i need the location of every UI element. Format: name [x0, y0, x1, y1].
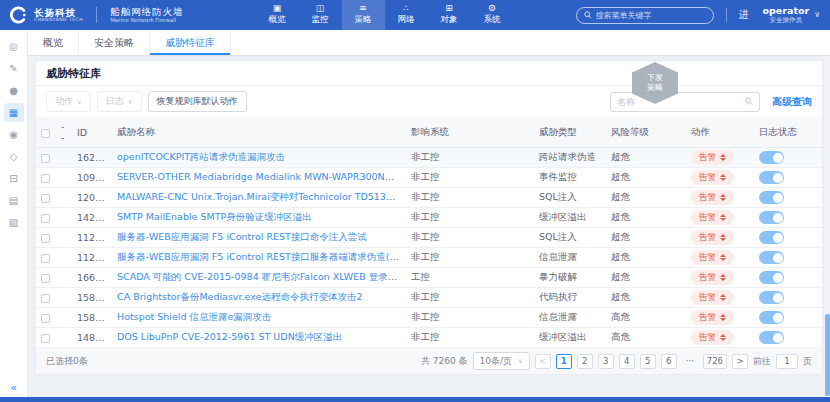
goto-label: 前往	[753, 355, 771, 368]
threat-id: 14212	[72, 208, 112, 228]
log-status-toggle[interactable]	[759, 311, 784, 324]
row-checkbox[interactable]	[41, 194, 50, 203]
name-filter-input[interactable]	[617, 97, 741, 107]
table-row: 11210 服务器-WEB应用漏洞 F5 iControl REST接口服务器端…	[36, 248, 822, 268]
threat-name-link[interactable]: SMTP MailEnable SMTP身份验证缓冲区溢出	[117, 211, 312, 222]
page-button-6[interactable]: 6	[661, 354, 677, 369]
log-status-toggle[interactable]	[759, 291, 784, 304]
restore-defaults-button[interactable]: 恢复规则库默认动作	[148, 91, 247, 112]
risk-level: 高危	[606, 308, 686, 328]
page-button-1[interactable]: 1	[556, 354, 572, 369]
advanced-query-link[interactable]: 高级查询	[772, 95, 812, 109]
action-selector[interactable]: 告警	[691, 250, 734, 265]
threat-name-link[interactable]: MALWARE-CNC Unix.Trojan.Mirai变种对Technico…	[117, 191, 406, 202]
user-menu[interactable]: operator 安全操作员 ∨	[763, 6, 820, 24]
log-status-toggle[interactable]	[759, 151, 784, 164]
threat-name-link[interactable]: SERVER-OTHER Mediabridge Medialink MWN-W…	[117, 171, 406, 182]
sidebar-item-threat-library[interactable]: ▦	[4, 103, 24, 122]
row-checkbox[interactable]	[41, 294, 50, 303]
threat-name-link[interactable]: SCADA 可能的 CVE-2015-0984 霍尼韦尔Falcon XLWEB…	[117, 271, 406, 282]
row-checkbox[interactable]	[41, 274, 50, 283]
threat-id: 14896	[72, 328, 112, 348]
row-checkbox[interactable]	[41, 314, 50, 323]
sidebar-item-target[interactable]: ◉	[4, 125, 24, 144]
vertical-scrollbar[interactable]	[825, 56, 830, 397]
row-checkbox[interactable]	[41, 174, 50, 183]
tab-1[interactable]: 安全策略	[79, 30, 150, 55]
threat-name-link[interactable]: DOS LibuPnP CVE-2012-5961 ST UDN缓冲区溢出	[117, 331, 342, 342]
log-status-toggle[interactable]	[759, 251, 784, 264]
menu-search-input[interactable]	[596, 11, 706, 20]
row-checkbox[interactable]	[41, 214, 50, 223]
scrollbar-thumb[interactable]	[825, 314, 830, 396]
page-button-726[interactable]: 726	[703, 354, 727, 369]
sidebar-item-diagnostics[interactable]: ✎	[4, 59, 24, 78]
menu-search-box[interactable]	[576, 7, 714, 24]
screen-entry-icon[interactable]: 进	[739, 8, 749, 22]
action-selector[interactable]: 告警	[691, 210, 734, 225]
nav-policy[interactable]: ≡ 策略	[342, 0, 385, 30]
log-dropdown-button[interactable]: 日志∨	[97, 91, 142, 112]
row-checkbox[interactable]	[41, 334, 50, 343]
table-row: 16293 openITCOCKPIT跨站请求伪造漏洞攻击 非工控 跨站请求伪造…	[36, 148, 822, 168]
page-button-4[interactable]: 4	[619, 354, 635, 369]
nav-object[interactable]: ⊞ 对象	[428, 0, 471, 30]
select-all-checkbox[interactable]	[41, 129, 50, 138]
affected-system: 非工控	[406, 248, 534, 268]
action-selector[interactable]: 告警	[691, 270, 734, 285]
row-checkbox[interactable]	[41, 234, 50, 243]
total-count: 共 7260 条	[421, 355, 468, 368]
sidebar-item-globe[interactable]: ●	[4, 81, 24, 100]
risk-level: 超危	[606, 148, 686, 168]
nav-monitor[interactable]: ◫ 监控	[299, 0, 342, 30]
action-dropdown-button[interactable]: 动作∨	[46, 91, 91, 112]
threat-name-link[interactable]: 服务器-WEB应用漏洞 F5 iControl REST接口命令注入尝试	[117, 231, 367, 242]
threat-name-link[interactable]: 服务器-WEB应用漏洞 F5 iControl REST接口服务器端请求伪造(S…	[117, 251, 406, 262]
goto-page-input[interactable]	[776, 354, 798, 369]
action-selector[interactable]: 告警	[691, 290, 734, 305]
next-page-button[interactable]: >	[732, 354, 748, 369]
action-selector[interactable]: 告警	[691, 190, 734, 205]
nav-item-icon: ▣	[273, 4, 282, 13]
table-row: 16631 SCADA 可能的 CVE-2015-0984 霍尼韦尔Falcon…	[36, 268, 822, 288]
log-status-toggle[interactable]	[759, 171, 784, 184]
tab-0[interactable]: 概览	[28, 30, 79, 55]
nav-network[interactable]: ∴ 网络	[385, 0, 428, 30]
row-checkbox[interactable]	[41, 154, 50, 163]
action-label: 告警	[699, 172, 716, 184]
tab-2[interactable]: 威胁特征库	[150, 30, 231, 55]
row-checkbox[interactable]	[41, 254, 50, 263]
page-button-5[interactable]: 5	[640, 354, 656, 369]
log-status-toggle[interactable]	[759, 211, 784, 224]
sidebar-collapse-icon[interactable]: «	[10, 381, 17, 394]
log-status-toggle[interactable]	[759, 331, 784, 344]
sidebar-item-logs[interactable]: ▤	[4, 191, 24, 210]
threat-name-link[interactable]: openITCOCKPIT跨站请求伪造漏洞攻击	[117, 151, 285, 162]
page-button-3[interactable]: 3	[598, 354, 614, 369]
log-status-toggle[interactable]	[759, 191, 784, 204]
action-selector[interactable]: 告警	[691, 150, 734, 165]
threat-name-link[interactable]: CA Brightstor备份Mediasvr.exe远程命令执行变体攻击2	[117, 291, 362, 302]
threat-name-link[interactable]: Hotspot Shield 信息泄露e漏洞攻击	[117, 311, 271, 322]
chevron-down-icon: ∨	[814, 10, 820, 19]
log-status-toggle[interactable]	[759, 271, 784, 284]
top-navigation-bar: 长扬科技 CHANGYANG TECH 船舶网络防火墙 Marine Netwo…	[0, 0, 830, 30]
page-button-2[interactable]: 2	[577, 354, 593, 369]
sidebar-item-overview[interactable]: ◎	[4, 37, 24, 56]
sidebar-item-shield[interactable]: ◇	[4, 147, 24, 166]
sort-carets-icon	[720, 294, 726, 301]
page-size-select[interactable]: 10条/页 ∨	[473, 352, 530, 370]
action-selector[interactable]: 告警	[691, 330, 734, 345]
prev-page-button[interactable]: <	[535, 354, 551, 369]
sidebar-item-server[interactable]: ⊟	[4, 169, 24, 188]
nav-system[interactable]: ⚙ 系统	[471, 0, 514, 30]
action-selector[interactable]: 告警	[691, 310, 734, 325]
action-selector[interactable]: 告警	[691, 230, 734, 245]
sidebar-item-report[interactable]: ▧	[4, 213, 24, 232]
nav-overview[interactable]: ▣ 概览	[256, 0, 299, 30]
table-toolbar: 动作∨ 日志∨ 恢复规则库默认动作	[36, 86, 822, 117]
nav-item-label: 系统	[484, 14, 501, 26]
name-filter-box[interactable]	[610, 92, 760, 112]
log-status-toggle[interactable]	[759, 231, 784, 244]
action-selector[interactable]: 告警	[691, 170, 734, 185]
